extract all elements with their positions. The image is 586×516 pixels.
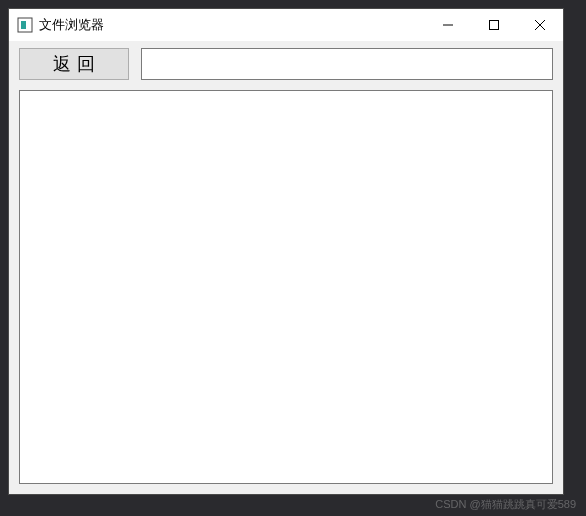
minimize-button[interactable] [425, 9, 471, 41]
watermark-text: CSDN @猫猫跳跳真可爱589 [435, 497, 576, 512]
app-icon [17, 17, 33, 33]
window-title: 文件浏览器 [39, 16, 425, 34]
toolbar: 返回 [9, 41, 563, 84]
maximize-icon [489, 20, 499, 30]
maximize-button[interactable] [471, 9, 517, 41]
minimize-icon [443, 20, 453, 30]
file-browser-window: 文件浏览器 返回 [8, 8, 564, 495]
file-list-area[interactable] [19, 90, 553, 484]
close-icon [535, 20, 545, 30]
path-input[interactable] [141, 48, 553, 80]
svg-rect-3 [490, 21, 499, 30]
close-button[interactable] [517, 9, 563, 41]
window-controls [425, 9, 563, 41]
titlebar: 文件浏览器 [9, 9, 563, 41]
svg-rect-1 [21, 21, 26, 29]
back-button[interactable]: 返回 [19, 48, 129, 80]
